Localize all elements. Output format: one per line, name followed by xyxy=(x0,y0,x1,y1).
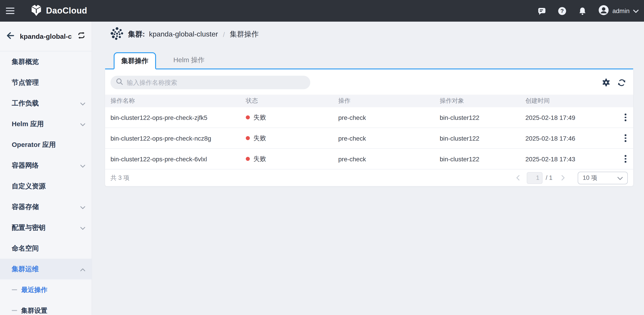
chevron-down-icon xyxy=(80,162,85,169)
col-status: 状态 xyxy=(240,97,333,105)
sidebar-item-cluster-ops[interactable]: 集群运维 xyxy=(0,259,92,279)
col-created: 创建时间 xyxy=(520,97,615,105)
sidebar-subitem-recent-operations[interactable]: 最近操作 xyxy=(0,279,92,300)
action-text: pre-check xyxy=(333,114,434,121)
back-arrow-icon[interactable] xyxy=(6,32,14,41)
status-fail-dot xyxy=(246,157,250,161)
page: DaoCloud ? xyxy=(0,0,644,315)
row-actions-kebab-icon[interactable] xyxy=(620,132,631,144)
search-input[interactable] xyxy=(127,79,305,86)
chevron-down-icon xyxy=(80,224,85,231)
created-text: 2025-02-18 17:46 xyxy=(520,134,615,142)
username: admin xyxy=(612,7,630,14)
settings-gear-icon[interactable] xyxy=(602,78,610,86)
operations-panel: 操作名称 状态 操作 操作对象 创建时间 bin-cluster122-ops-… xyxy=(105,69,633,186)
breadcrumb-current: 集群操作 xyxy=(230,29,259,39)
page-size-select[interactable]: 10 项 xyxy=(578,171,628,184)
created-text: 2025-02-18 17:49 xyxy=(520,114,615,121)
page-number-input[interactable] xyxy=(527,172,542,184)
bell-icon[interactable] xyxy=(578,6,587,15)
pagination: / 1 10 项 xyxy=(514,171,628,184)
tab-cluster-operations[interactable]: 集群操作 xyxy=(114,52,156,69)
chevron-down-icon xyxy=(80,203,85,211)
sidebar-header: kpanda-global-cl... xyxy=(0,22,92,51)
action-text: pre-check xyxy=(333,155,434,162)
brand-logo: DaoCloud xyxy=(31,4,87,18)
daocloud-cube-icon xyxy=(31,4,42,18)
breadcrumb-cluster[interactable]: kpanda-global-cluster xyxy=(149,30,218,38)
search-box[interactable] xyxy=(110,76,310,89)
status-fail-dot xyxy=(246,115,250,119)
operation-name: bin-cluster122-ops-pre-check-6vlxl xyxy=(105,155,240,162)
sidebar-subitem-cluster-settings[interactable]: 集群设置 xyxy=(0,300,92,315)
tree-dash-icon xyxy=(12,310,17,311)
sidebar-item-workloads[interactable]: 工作负载 xyxy=(0,93,92,114)
target-text: bin-cluster122 xyxy=(434,155,520,162)
action-text: pre-check xyxy=(333,134,434,142)
sidebar-item-namespaces[interactable]: 命名空间 xyxy=(0,238,92,259)
row-actions-kebab-icon[interactable] xyxy=(620,153,631,164)
chevron-down-icon xyxy=(618,174,623,182)
created-text: 2025-02-18 17:43 xyxy=(520,155,615,162)
sidebar-item-helm-apps[interactable]: Helm 应用 xyxy=(0,114,92,134)
brand-name: DaoCloud xyxy=(46,6,87,16)
table-footer: 共 3 项 / 1 10 项 xyxy=(105,169,633,186)
sidebar-item-node-management[interactable]: 节点管理 xyxy=(0,72,92,93)
user-menu[interactable]: admin xyxy=(598,5,638,17)
page-count: / 1 xyxy=(546,174,552,181)
breadcrumb: 集群: kpanda-global-cluster / 集群操作 xyxy=(110,27,633,41)
target-text: bin-cluster122 xyxy=(434,114,520,121)
tab-helm-operations[interactable]: Helm 操作 xyxy=(156,51,222,68)
chevron-down-icon xyxy=(80,120,85,128)
search-icon xyxy=(116,78,123,87)
table-row: bin-cluster122-ops-pre-check-ncz8g 失败 pr… xyxy=(105,128,633,149)
sidebar-item-cluster-overview[interactable]: 集群概览 xyxy=(0,51,92,72)
chevron-down-icon xyxy=(80,99,85,107)
target-text: bin-cluster122 xyxy=(434,134,520,142)
sidebar-item-custom-resources[interactable]: 自定义资源 xyxy=(0,176,92,197)
help-icon[interactable]: ? xyxy=(558,6,566,15)
menu-icon[interactable] xyxy=(6,8,14,14)
switch-cluster-icon[interactable] xyxy=(78,31,85,41)
status-text: 失败 xyxy=(254,155,266,163)
topbar: DaoCloud ? xyxy=(0,0,644,22)
col-action: 操作 xyxy=(333,97,434,105)
status-text: 失败 xyxy=(254,113,266,121)
breadcrumb-prefix: 集群: xyxy=(128,29,145,39)
sidebar-item-config-secrets[interactable]: 配置与密钥 xyxy=(0,217,92,238)
sidebar-item-operator-apps[interactable]: Operator 应用 xyxy=(0,134,92,155)
table-header: 操作名称 状态 操作 操作对象 创建时间 xyxy=(105,95,633,107)
operation-name: bin-cluster122-ops-pre-check-ncz8g xyxy=(105,134,240,142)
tab-bar: 集群操作 Helm 操作 xyxy=(105,52,633,69)
breadcrumb-separator: / xyxy=(222,30,226,38)
toolbar xyxy=(105,69,633,95)
cluster-name: kpanda-global-cl... xyxy=(20,32,72,40)
col-operation-name: 操作名称 xyxy=(105,97,240,105)
table-row: bin-cluster122-ops-pre-check-zjfk5 失败 pr… xyxy=(105,107,633,128)
sidebar-item-container-network[interactable]: 容器网络 xyxy=(0,155,92,176)
message-icon[interactable] xyxy=(538,6,546,15)
svg-text:?: ? xyxy=(560,8,564,14)
table-row: bin-cluster122-ops-pre-check-6vlxl 失败 pr… xyxy=(105,149,633,169)
prev-page-icon[interactable] xyxy=(514,175,522,181)
sidebar-item-container-storage[interactable]: 容器存储 xyxy=(0,197,92,217)
row-actions-kebab-icon[interactable] xyxy=(620,112,631,123)
operation-name: bin-cluster122-ops-pre-check-zjfk5 xyxy=(105,114,240,121)
total-count: 共 3 项 xyxy=(110,174,130,182)
status-fail-dot xyxy=(246,136,250,140)
tree-dash-icon xyxy=(12,289,17,291)
sidebar: kpanda-global-cl... 集群概览 节点管理 工作负载 Helm … xyxy=(0,22,92,315)
cluster-dots-icon xyxy=(110,26,124,42)
chevron-down-icon xyxy=(633,7,638,15)
page-size-value: 10 项 xyxy=(583,174,618,182)
main-area: 集群: kpanda-global-cluster / 集群操作 集群操作 He… xyxy=(92,22,644,315)
status-text: 失败 xyxy=(254,134,266,142)
chevron-up-icon xyxy=(80,265,85,273)
next-page-icon[interactable] xyxy=(559,175,567,181)
refresh-icon[interactable] xyxy=(618,78,626,87)
col-target: 操作对象 xyxy=(434,97,520,105)
avatar-icon xyxy=(598,5,609,17)
